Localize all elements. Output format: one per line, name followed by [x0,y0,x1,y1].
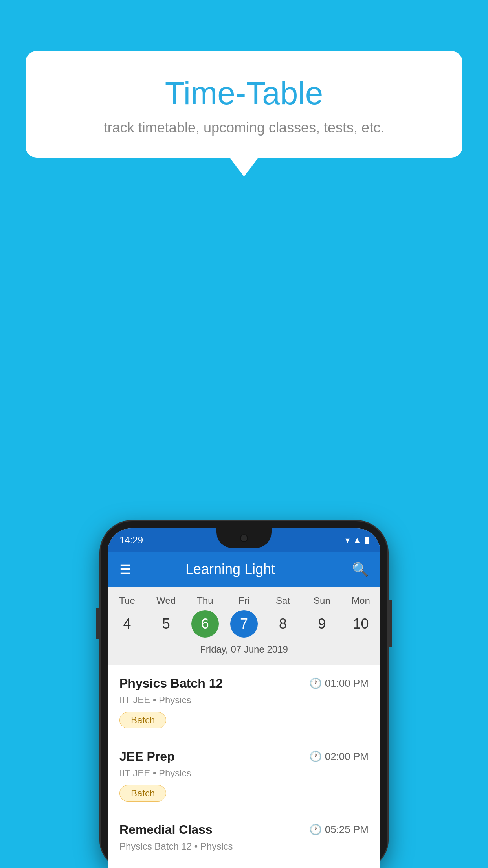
speech-bubble: Time-Table track timetable, upcoming cla… [26,51,462,158]
search-icon[interactable]: 🔍 [352,561,369,577]
signal-icon: ▲ [353,535,361,545]
phone-shell: 14:29 ▾ ▲ ▮ ☰ Learning Light 🔍 Tue Wed T… [101,521,387,868]
app-bar-title: Learning Light [141,561,320,577]
class-item-2[interactable]: JEE Prep 🕐 02:00 PM IIT JEE • Physics Ba… [108,738,380,811]
day-headers: Tue Wed Thu Fri Sat Sun Mon [108,595,380,606]
batch-badge-2: Batch [119,785,166,802]
notch [216,528,272,548]
day-header-fri: Fri [224,595,263,606]
class-time-1: 🕐 01:00 PM [309,677,369,690]
day-header-tue: Tue [108,595,147,606]
class-time-3: 🕐 05:25 PM [309,824,369,836]
class-sub-3: Physics Batch 12 • Physics [119,841,369,852]
class-item-1[interactable]: Physics Batch 12 🕐 01:00 PM IIT JEE • Ph… [108,665,380,738]
day-header-mon: Mon [341,595,380,606]
clock-icon-1: 🕐 [309,677,322,690]
class-name-2: JEE Prep [119,749,175,764]
day-7-selected[interactable]: 7 [230,610,258,638]
day-6-today[interactable]: 6 [191,610,219,638]
status-icons: ▾ ▲ ▮ [345,535,369,545]
bubble-title: Time-Table [45,75,443,112]
day-header-sat: Sat [264,595,303,606]
clock-icon-3: 🕐 [309,824,322,836]
status-time: 14:29 [119,535,143,546]
batch-badge-1: Batch [119,712,166,728]
day-8[interactable]: 8 [264,610,303,638]
hamburger-icon[interactable]: ☰ [119,563,131,576]
day-10[interactable]: 10 [341,610,380,638]
class-name-1: Physics Batch 12 [119,676,223,691]
class-name-3: Remedial Class [119,822,213,837]
camera-dot [240,534,248,542]
day-header-wed: Wed [147,595,185,606]
selected-date-label: Friday, 07 June 2019 [108,644,380,661]
class-time-2: 🕐 02:00 PM [309,750,369,763]
status-bar: 14:29 ▾ ▲ ▮ [108,528,380,552]
class-item-1-header: Physics Batch 12 🕐 01:00 PM [119,676,369,691]
speech-bubble-area: Time-Table track timetable, upcoming cla… [26,51,462,158]
phone-screen: 14:29 ▾ ▲ ▮ ☰ Learning Light 🔍 Tue Wed T… [108,528,380,868]
day-5[interactable]: 5 [147,610,185,638]
class-sub-2: IIT JEE • Physics [119,768,369,779]
class-list: Physics Batch 12 🕐 01:00 PM IIT JEE • Ph… [108,665,380,868]
class-sub-1: IIT JEE • Physics [119,695,369,706]
class-item-3-header: Remedial Class 🕐 05:25 PM [119,822,369,837]
day-9[interactable]: 9 [303,610,341,638]
day-numbers: 4 5 6 7 8 9 10 [108,610,380,638]
clock-icon-2: 🕐 [309,750,322,763]
wifi-icon: ▾ [345,535,350,545]
bubble-subtitle: track timetable, upcoming classes, tests… [45,120,443,136]
class-item-3[interactable]: Remedial Class 🕐 05:25 PM Physics Batch … [108,811,380,868]
day-4[interactable]: 4 [108,610,147,638]
phone-wrapper: 14:29 ▾ ▲ ▮ ☰ Learning Light 🔍 Tue Wed T… [101,521,387,868]
battery-icon: ▮ [365,535,369,545]
class-item-2-header: JEE Prep 🕐 02:00 PM [119,749,369,764]
app-bar: ☰ Learning Light 🔍 [108,552,380,587]
calendar-strip: Tue Wed Thu Fri Sat Sun Mon 4 5 6 7 8 9 … [108,587,380,665]
day-header-thu: Thu [185,595,224,606]
day-header-sun: Sun [303,595,341,606]
